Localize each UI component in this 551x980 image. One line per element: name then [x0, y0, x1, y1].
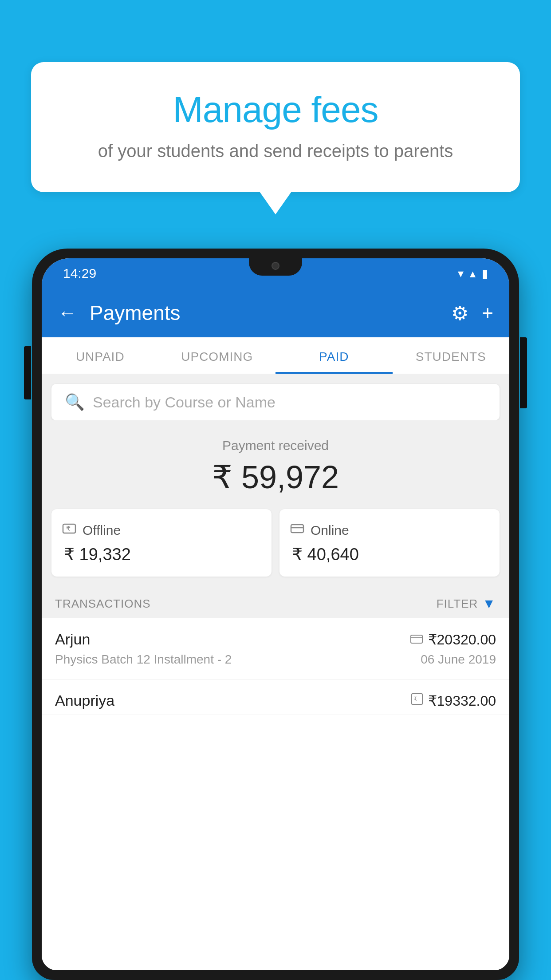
svg-rect-4: [411, 635, 422, 643]
camera-dot: [272, 262, 279, 270]
offline-card-amount: ₹ 19,332: [62, 545, 261, 564]
bubble-title: Manage fees: [67, 89, 484, 130]
gear-icon[interactable]: ⚙: [451, 302, 468, 324]
transaction-amount: ₹20320.00: [410, 631, 496, 648]
notch: [249, 258, 302, 276]
tabs: UNPAID UPCOMING PAID STUDENTS: [42, 337, 509, 374]
payment-received-label: Payment received: [42, 438, 509, 453]
filter-icon: ▼: [482, 596, 496, 611]
online-payment-card: Online ₹ 40,640: [279, 509, 500, 577]
offline-card-header: ₹ Offline: [62, 522, 261, 539]
bubble-subtitle: of your students and send receipts to pa…: [67, 141, 484, 161]
speech-bubble: Manage fees of your students and send re…: [31, 62, 520, 192]
transaction-row-bottom: Physics Batch 12 Installment - 2 06 June…: [55, 652, 496, 667]
payment-type-icon: ₹: [411, 693, 423, 708]
status-bar: 14:29 ▾ ▴ ▮: [42, 258, 509, 288]
notch-area: 14:29 ▾ ▴ ▮: [63, 266, 488, 281]
payment-received-section: Payment received ₹ 59,972: [42, 420, 509, 509]
transactions-header: TRANSACTIONS FILTER ▼: [42, 587, 509, 618]
filter-label: FILTER: [437, 597, 478, 611]
tab-paid[interactable]: PAID: [276, 337, 393, 374]
payment-type-icon: [410, 632, 423, 647]
amount-value: ₹19332.00: [428, 692, 496, 709]
transaction-list: Arjun ₹20320.00: [42, 618, 509, 970]
status-icons: ▾ ▴ ▮: [458, 267, 488, 281]
tab-students[interactable]: STUDENTS: [393, 337, 510, 374]
svg-text:₹: ₹: [413, 695, 417, 703]
phone-frame: 14:29 ▾ ▴ ▮ ← Payments ⚙ +: [32, 249, 519, 980]
offline-payment-icon: ₹: [62, 522, 76, 539]
signal-icon: ▴: [470, 267, 476, 281]
payment-received-amount: ₹ 59,972: [42, 458, 509, 496]
student-name: Anupriya: [55, 692, 114, 709]
battery-icon: ▮: [482, 267, 488, 281]
online-card-type: Online: [311, 523, 349, 538]
app-bar-actions: ⚙ +: [451, 302, 493, 324]
online-payment-icon: [290, 522, 304, 539]
transaction-row-top: Arjun ₹20320.00: [55, 631, 496, 648]
phone-screen: 14:29 ▾ ▴ ▮ ← Payments ⚙ +: [42, 258, 509, 970]
wifi-icon: ▾: [458, 267, 464, 281]
transaction-row-top: Anupriya ₹ ₹19332.00: [55, 692, 496, 709]
svg-text:₹: ₹: [66, 525, 71, 533]
back-button[interactable]: ←: [58, 302, 77, 324]
payment-cards: ₹ Offline ₹ 19,332: [42, 509, 509, 587]
online-card-amount: ₹ 40,640: [290, 545, 489, 564]
student-name: Arjun: [55, 631, 90, 648]
transactions-label: TRANSACTIONS: [55, 597, 151, 611]
app-title: Payments: [90, 301, 451, 325]
plus-icon[interactable]: +: [482, 302, 493, 324]
transaction-row: Anupriya ₹ ₹19332.00: [42, 680, 509, 715]
search-bar[interactable]: 🔍 Search by Course or Name: [51, 384, 500, 420]
speech-bubble-container: Manage fees of your students and send re…: [31, 62, 520, 192]
offline-card-type: Offline: [83, 523, 121, 538]
search-icon: 🔍: [65, 393, 85, 411]
course-info: Physics Batch 12 Installment - 2: [55, 652, 232, 667]
tab-unpaid[interactable]: UNPAID: [42, 337, 159, 374]
online-card-header: Online: [290, 522, 489, 539]
search-input-placeholder: Search by Course or Name: [93, 394, 276, 411]
offline-payment-card: ₹ Offline ₹ 19,332: [51, 509, 272, 577]
filter-button[interactable]: FILTER ▼: [437, 596, 496, 611]
svg-rect-2: [291, 525, 303, 533]
transaction-amount: ₹ ₹19332.00: [411, 692, 496, 709]
content-area: 🔍 Search by Course or Name Payment recei…: [42, 374, 509, 970]
status-time: 14:29: [63, 266, 96, 281]
amount-value: ₹20320.00: [428, 631, 496, 648]
date-info: 06 June 2019: [421, 652, 496, 667]
transaction-row: Arjun ₹20320.00: [42, 618, 509, 680]
app-bar: ← Payments ⚙ +: [42, 288, 509, 337]
tab-upcoming[interactable]: UPCOMING: [159, 337, 276, 374]
